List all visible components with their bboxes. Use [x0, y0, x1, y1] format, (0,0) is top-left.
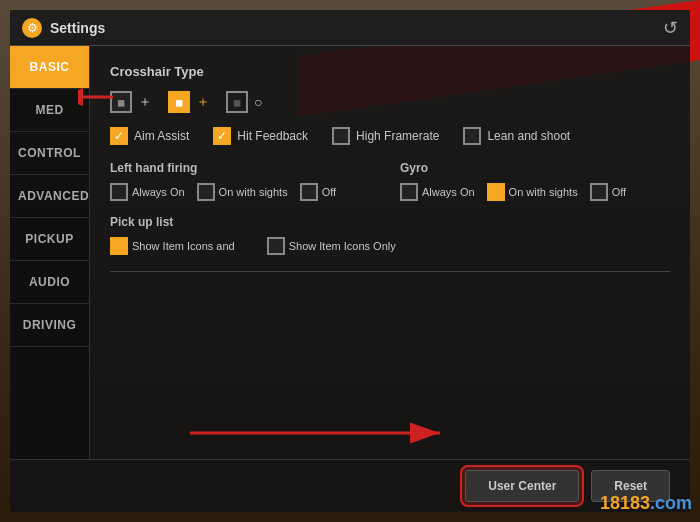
- title-bar: ⚙ Settings ↺: [10, 10, 690, 46]
- checkbox-lean-shoot[interactable]: Lean and shoot: [463, 127, 570, 145]
- checkbox-box-hit-feedback: ✓: [213, 127, 231, 145]
- checkbox-box-high-framerate: [332, 127, 350, 145]
- radio-label-left-always-on: Always On: [132, 186, 185, 198]
- sidebar-item-audio[interactable]: AUDIO: [10, 261, 89, 304]
- sidebar: BASIC MED CONTROL ADVANCED PICKUP AUDIO …: [10, 46, 90, 459]
- checkbox-box-lean-shoot: [463, 127, 481, 145]
- crosshair-box-3: ◼: [226, 91, 248, 113]
- radio-box-left-always-on: [110, 183, 128, 201]
- radio-label-gyro-off: Off: [612, 186, 626, 198]
- gyro-sights[interactable]: On with sights: [487, 183, 578, 201]
- checkbox-label-high-framerate: High Framerate: [356, 129, 439, 143]
- user-center-button[interactable]: User Center: [465, 470, 579, 502]
- gyro-options: Always On On with sights Off: [400, 183, 670, 201]
- left-hand-sights[interactable]: On with sights: [197, 183, 288, 201]
- checkbox-row: ✓ Aim Assist ✓ Hit Feedback High Framera…: [110, 127, 670, 145]
- crosshair-symbol-2: ＋: [196, 93, 210, 111]
- left-hand-always-on[interactable]: Always On: [110, 183, 185, 201]
- radio-label-gyro-sights: On with sights: [509, 186, 578, 198]
- crosshair-section-title: Crosshair Type: [110, 64, 670, 79]
- gyro-always-on[interactable]: Always On: [400, 183, 475, 201]
- left-hand-firing-group: Left hand firing Always On On with sight…: [110, 161, 380, 201]
- bottom-buttons: User Center Reset: [10, 459, 690, 512]
- checkbox-aim-assist[interactable]: ✓ Aim Assist: [110, 127, 189, 145]
- radio-label-left-sights: On with sights: [219, 186, 288, 198]
- checkbox-box-aim-assist: ✓: [110, 127, 128, 145]
- gyro-off[interactable]: Off: [590, 183, 626, 201]
- gyro-group: Gyro Always On On with sights Off: [400, 161, 670, 201]
- main-content: Crosshair Type ◼ ＋ ◼ ＋: [90, 46, 690, 459]
- sidebar-item-basic[interactable]: BASIC: [10, 46, 89, 89]
- pickup-title: Pick up list: [110, 215, 670, 229]
- pickup-options-row: Show Item Icons and Show Item Icons Only: [110, 237, 670, 255]
- radio-box-left-off: [300, 183, 318, 201]
- gear-icon: ⚙: [22, 18, 42, 38]
- radio-box-gyro-off: [590, 183, 608, 201]
- crosshair-option-3[interactable]: ◼ ○: [226, 91, 262, 113]
- pickup-section: Pick up list Show Item Icons and Show It…: [110, 215, 670, 255]
- checkbox-label-aim-assist: Aim Assist: [134, 129, 189, 143]
- crosshair-box-2: ◼: [168, 91, 190, 113]
- radio-box-gyro-sights: [487, 183, 505, 201]
- divider: [110, 271, 670, 272]
- sidebar-item-driving[interactable]: DRIVING: [10, 304, 89, 347]
- radio-label-pickup-icons-only: Show Item Icons Only: [289, 240, 396, 252]
- title-text: Settings: [50, 20, 105, 36]
- radio-box-gyro-always-on: [400, 183, 418, 201]
- radio-box-pickup-icons-only: [267, 237, 285, 255]
- left-hand-firing-title: Left hand firing: [110, 161, 380, 175]
- crosshair-symbol-1: ＋: [138, 93, 152, 111]
- crosshair-option-1[interactable]: ◼ ＋: [110, 91, 152, 113]
- pickup-icons-and[interactable]: Show Item Icons and: [110, 237, 235, 255]
- refresh-icon[interactable]: ↺: [663, 17, 678, 39]
- sidebar-item-control[interactable]: CONTROL: [10, 132, 89, 175]
- settings-panel: ⚙ Settings ↺ BASIC MED CONTROL ADVANCED …: [10, 10, 690, 512]
- checkbox-label-lean-shoot: Lean and shoot: [487, 129, 570, 143]
- crosshair-symbol-3: ○: [254, 94, 262, 110]
- left-hand-off[interactable]: Off: [300, 183, 336, 201]
- watermark: 18183.com: [600, 493, 692, 514]
- gyro-title: Gyro: [400, 161, 670, 175]
- sidebar-item-pickup[interactable]: PICKUP: [10, 218, 89, 261]
- two-col-options: Left hand firing Always On On with sight…: [110, 161, 670, 201]
- radio-box-pickup-icons-and: [110, 237, 128, 255]
- crosshair-options-row: ◼ ＋ ◼ ＋ ◼ ○: [110, 91, 670, 113]
- pickup-icons-only[interactable]: Show Item Icons Only: [267, 237, 396, 255]
- crosshair-option-2[interactable]: ◼ ＋: [168, 91, 210, 113]
- radio-label-gyro-always-on: Always On: [422, 186, 475, 198]
- checkbox-label-hit-feedback: Hit Feedback: [237, 129, 308, 143]
- panel-body: BASIC MED CONTROL ADVANCED PICKUP AUDIO …: [10, 46, 690, 459]
- checkbox-high-framerate[interactable]: High Framerate: [332, 127, 439, 145]
- crosshair-box-1: ◼: [110, 91, 132, 113]
- radio-box-left-sights: [197, 183, 215, 201]
- sidebar-item-advanced[interactable]: ADVANCED: [10, 175, 89, 218]
- left-hand-firing-options: Always On On with sights Off: [110, 183, 380, 201]
- radio-label-left-off: Off: [322, 186, 336, 198]
- radio-label-pickup-icons-and: Show Item Icons and: [132, 240, 235, 252]
- sidebar-item-med[interactable]: MED: [10, 89, 89, 132]
- checkbox-hit-feedback[interactable]: ✓ Hit Feedback: [213, 127, 308, 145]
